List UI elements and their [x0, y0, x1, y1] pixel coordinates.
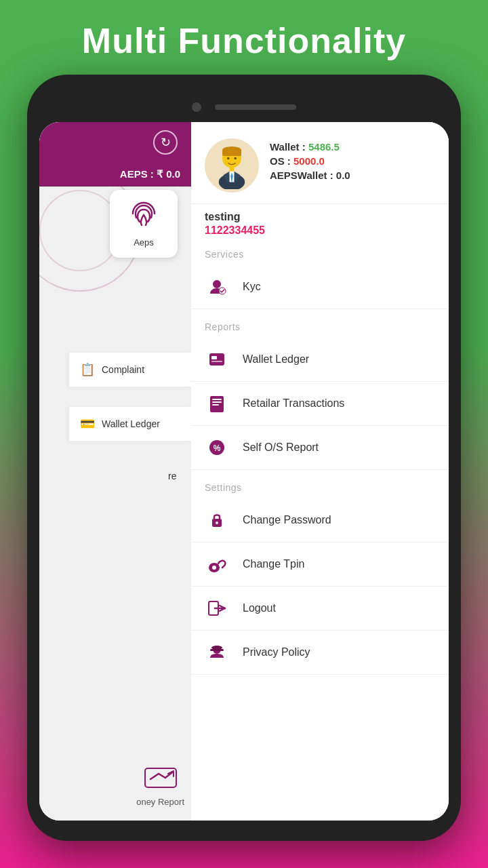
drawer: Wallet : 5486.5 OS : 5000.0 AEPSWallet :… — [191, 122, 449, 821]
services-section-label: Services — [191, 237, 449, 265]
svg-rect-19 — [212, 401, 222, 403]
aeps-button-label: Aeps — [134, 237, 154, 248]
self-os-report-menu-item[interactable]: % Self O/S Report — [191, 426, 449, 470]
svg-point-5 — [235, 157, 237, 160]
avatar-container — [205, 138, 259, 193]
side-wallet-ledger[interactable]: 💳 Wallet Ledger — [69, 407, 191, 441]
wallet-row: Wallet : 5486.5 — [270, 141, 435, 153]
kyc-menu-item[interactable]: Kyc — [191, 265, 449, 309]
refresh-icon[interactable]: ↻ — [153, 130, 178, 155]
user-phone: 1122334455 — [205, 224, 435, 237]
settings-section-label: Settings — [191, 470, 449, 498]
kyc-label: Kyc — [243, 281, 261, 293]
fingerprint-icon — [130, 200, 157, 233]
money-icon — [144, 767, 178, 797]
os-value: 5000.0 — [293, 155, 325, 167]
privacy-policy-label: Privacy Policy — [243, 646, 310, 658]
retailar-icon — [205, 391, 229, 416]
svg-point-24 — [216, 521, 218, 524]
circle-bg-2 — [39, 190, 121, 271]
side-complaint[interactable]: 📋 Complaint — [69, 353, 191, 387]
re-label: re — [168, 471, 176, 481]
wallet-ledger-menu-item[interactable]: Wallet Ledger — [191, 338, 449, 382]
wallet-value: 5486.5 — [308, 141, 340, 153]
svg-point-12 — [213, 280, 221, 288]
os-label: OS : — [270, 155, 291, 167]
self-os-icon: % — [205, 435, 229, 460]
aeps-wallet-val: 0.0 — [336, 170, 350, 181]
svg-point-4 — [227, 157, 230, 160]
aeps-wallet-row: AEPSWallet : 0.0 — [270, 170, 435, 181]
camera-dot — [192, 102, 201, 112]
svg-rect-3 — [222, 150, 241, 156]
logout-menu-item[interactable]: Logout — [191, 587, 449, 631]
aeps-wallet-label: AEPSWallet : — [270, 170, 333, 181]
logout-icon — [205, 596, 229, 620]
svg-text:%: % — [214, 443, 221, 453]
wallet-ledger-label: Wallet Ledger — [102, 418, 160, 429]
svg-rect-15 — [211, 356, 217, 359]
svg-rect-31 — [210, 649, 224, 651]
phone-screen: ↻ AEPS : ₹ 0.0 Aeps — [39, 122, 449, 821]
side-re: re — [157, 461, 191, 491]
money-report-label: oney Report — [136, 797, 184, 807]
change-tpin-menu-item[interactable]: Change Tpin — [191, 542, 449, 587]
main-header: ↻ — [39, 122, 191, 163]
money-report-area[interactable]: oney Report — [136, 767, 184, 807]
privacy-policy-menu-item[interactable]: Privacy Policy — [191, 631, 449, 675]
svg-rect-0 — [145, 768, 176, 787]
complaint-label: Complaint — [102, 364, 144, 375]
wallet-ledger-label: Wallet Ledger — [243, 353, 309, 366]
self-os-report-label: Self O/S Report — [243, 441, 319, 454]
wallet-label: Wallet : — [270, 141, 306, 153]
phone-frame: ↻ AEPS : ₹ 0.0 Aeps — [27, 75, 461, 841]
change-password-icon — [205, 508, 229, 532]
aeps-display: AEPS : ₹ 0.0 — [120, 168, 180, 180]
complaint-icon: 📋 — [80, 362, 95, 377]
phone-notch — [39, 95, 449, 119]
main-content: ↻ AEPS : ₹ 0.0 Aeps — [39, 122, 191, 821]
user-name: testing — [205, 211, 435, 223]
page-title: Multi Functionality — [82, 0, 406, 75]
retailar-transactions-menu-item[interactable]: Retailar Transactions — [191, 382, 449, 426]
svg-rect-16 — [211, 361, 222, 362]
svg-rect-6 — [230, 167, 235, 172]
user-info: testing 1122334455 — [191, 204, 449, 237]
privacy-policy-icon — [205, 640, 229, 665]
speaker-bar — [215, 104, 296, 110]
aeps-button[interactable]: Aeps — [110, 190, 178, 258]
drawer-header: Wallet : 5486.5 OS : 5000.0 AEPSWallet :… — [191, 122, 449, 204]
logout-label: Logout — [243, 602, 276, 614]
svg-rect-18 — [212, 399, 222, 400]
wallet-info: Wallet : 5486.5 OS : 5000.0 AEPSWallet :… — [270, 138, 435, 184]
reports-section-label: Reports — [191, 309, 449, 338]
kyc-icon — [205, 275, 229, 299]
svg-point-26 — [212, 566, 216, 570]
change-password-label: Change Password — [243, 514, 331, 526]
wallet-ledger-icon — [205, 347, 229, 372]
svg-rect-20 — [212, 404, 219, 406]
change-tpin-label: Change Tpin — [243, 558, 304, 570]
wallet-icon: 💳 — [80, 416, 95, 431]
change-tpin-icon — [205, 552, 229, 576]
change-password-menu-item[interactable]: Change Password — [191, 498, 449, 542]
os-row: OS : 5000.0 — [270, 155, 435, 167]
svg-rect-14 — [209, 353, 224, 366]
retailar-transactions-label: Retailar Transactions — [243, 397, 344, 410]
